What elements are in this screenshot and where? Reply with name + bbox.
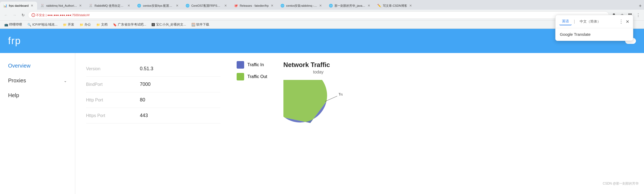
browser-tab-tab-4[interactable]: 🌐 centos安装frps 配置域名访问-... ✕ [134,2,182,10]
new-tab-button[interactable]: + [636,2,644,10]
bookmark-label: 哔哩哔哩 [9,23,22,27]
browser-tab-tab-5[interactable]: 🌐 CentOS7配置FRPS实现内网穿... ✕ [182,2,231,10]
sidebar-item-proxies[interactable]: Proxies⌄ [0,73,75,88]
menu-icon[interactable]: ⋮ [634,11,642,19]
bookmark-label: 软件下载 [196,23,209,27]
bookmark-label: 宝仁小兴_好看的文... [156,23,186,27]
bookmark-item[interactable]: 📁文档 [94,22,110,27]
translate-tab-english[interactable]: 英语 [559,18,572,25]
pie-chart: Traffic In [283,80,353,134]
sidebar-item-label: Overview [8,63,30,69]
refresh-button[interactable]: ↻ [19,11,27,19]
info-label: Version [86,66,129,71]
tab-close-button[interactable]: ✕ [409,3,412,8]
google-translate-label: Google Translate [560,32,590,37]
bookmark-item[interactable]: 📁开发 [61,22,76,27]
forward-button[interactable]: → [11,11,18,19]
browser-tab-tab-3[interactable]: 🐰 RabbitMQ 使用自定义管理用户... ✕ [86,2,134,10]
tab-label: centos安装rabbitmq - CSDN|... [286,4,317,8]
translate-close-button[interactable]: ✕ [626,19,629,24]
content-area: Version 0.51.3 BindPort 7000 Http Port 8… [75,53,644,194]
browser-tab-tab-6[interactable]: 🐙 Releases · fatedier/frp ✕ [231,2,277,10]
browser-tab-tab-1[interactable]: 📊 frps dashboard ✕ [0,2,37,10]
tab-label: 写文章-CSDN博客 [383,4,407,8]
info-value: 0.51.3 [140,66,153,72]
bookmarks-bar: 📺哔哩哔哩🔍ICP/IP地址/域名...📁开发📁办公📁文档🔖广东省自学考试吧..… [0,20,644,29]
tab-label: frps dashboard [9,4,29,7]
sidebar-item-overview[interactable]: Overview [0,58,75,73]
csdn-watermark: CSDN @那一刻那的芳华 [603,181,639,186]
tab-close-button[interactable]: ✕ [224,3,227,8]
bookmark-icon: 📁 [80,23,83,27]
bookmark-item[interactable]: 📁办公 [77,22,93,27]
tab-close-button[interactable]: ✕ [127,3,131,8]
bookmark-item[interactable]: 📺哔哩哔哩 [2,22,24,27]
bookmark-icon: 🔖 [113,23,117,27]
traffic-legend: Traffic In Traffic Out [237,61,267,80]
tab-label: centos安装frps 配置域名访问-... [143,4,174,8]
tab-close-button[interactable]: ✕ [319,3,322,8]
tab-favicon: 📊 [3,4,7,8]
info-label: Http Port [86,98,129,103]
tab-favicon: 🌐 [280,4,284,8]
translate-menu-icon[interactable]: ⋮ [619,19,624,24]
bookmark-icon: 📺 [4,23,8,27]
tab-close-button[interactable]: ✕ [270,3,274,8]
tab-label: CentOS7配置FRPS实现内网穿... [191,4,222,8]
pie-chart-svg: Traffic In [283,80,343,134]
info-row: Version 0.51.3 [86,61,220,77]
network-traffic: Network Traffic today [283,61,353,134]
bookmark-label: ICP/IP地址/域名... [32,23,58,27]
bookmark-item[interactable]: 🪟软件下载 [189,22,211,27]
bookmark-item[interactable]: 🔖广东省自学考试吧... [111,22,148,27]
tab-favicon: ✏️ [377,4,381,8]
tab-close-button[interactable]: ✕ [367,3,371,8]
address-bar[interactable]: ! 不安全 | ●●●.●●●.●●●.●●●:7500/static/#/ [28,11,609,19]
bookmark-item[interactable]: 🅱宝仁小兴_好看的文... [150,22,188,27]
info-row: Https Port 443 [86,108,220,124]
frp-logo: frp [8,35,21,47]
browser-tab-tab-8[interactable]: 🌐 那一刻那的芳华_java,linux-CS... ✕ [326,2,374,10]
tab-close-button[interactable]: ✕ [175,3,179,8]
tab-label: rabbitmq Not_Authorized_鍫... [46,4,77,8]
bookmark-item[interactable]: 🔍ICP/IP地址/域名... [25,22,60,27]
tab-bar: 📊 frps dashboard ✕ 🐰 rabbitmq Not_Author… [0,0,644,10]
legend-item-out: Traffic Out [237,73,267,80]
browser-tab-tab-9[interactable]: ✏️ 写文章-CSDN博客 ✕ [374,2,416,10]
browser-tab-tab-2[interactable]: 🐰 rabbitmq Not_Authorized_鍫... ✕ [37,2,86,10]
legend-label-in: Traffic In [247,62,264,67]
info-value: 7000 [140,82,151,87]
sidebar: OverviewProxies⌄Help [0,53,75,194]
bookmark-label: 文档 [101,23,108,27]
tab-close-button[interactable]: ✕ [79,3,82,8]
bookmark-icon: 📁 [96,23,100,27]
tab-favicon: 🌐 [329,4,333,8]
browser-tab-tab-7[interactable]: 🌐 centos安装rabbitmq - CSDN|... ✕ [277,2,326,10]
tab-label: RabbitMQ 使用自定义管理用户... [94,4,125,8]
tab-favicon: 🌐 [137,4,141,8]
legend-color-out [237,73,244,80]
legend-color-in [237,61,244,69]
tab-close-button[interactable]: ✕ [30,3,34,8]
translate-tab-chinese[interactable]: 中文（简体） [577,18,603,25]
tab-favicon: 🐙 [234,4,238,8]
info-row: Http Port 80 [86,92,220,108]
security-warning: ! 不安全 | ●●●.●●●.●●●.●●●:7500/static/#/ [31,13,90,17]
tab-favicon: 🌐 [186,4,190,8]
translate-header: 英语 | 中文（简体） ⋮ ✕ [556,15,633,28]
translate-popup: 英语 | 中文（简体） ⋮ ✕ Google Translate [555,15,633,41]
traffic-area: Traffic In Traffic Out Network Traffic t… [237,61,353,186]
chevron-down-icon: ⌄ [64,79,67,83]
info-row: BindPort 7000 [86,77,220,92]
legend-item-in: Traffic In [237,61,267,69]
bookmark-icon: 🔍 [27,23,31,27]
sidebar-item-help[interactable]: Help [0,88,75,103]
sidebar-item-label: Proxies [8,77,26,84]
back-button[interactable]: ← [2,11,10,19]
info-label: BindPort [86,82,129,87]
tab-favicon: 🐰 [89,4,93,8]
tab-label: Releases · fatedier/frp [240,4,269,7]
bookmark-label: 广东省自学考试吧... [118,23,146,27]
bookmark-icon: 🅱 [152,23,155,26]
page-content: frp OverviewProxies⌄Help Version 0.51.3 … [0,29,644,194]
